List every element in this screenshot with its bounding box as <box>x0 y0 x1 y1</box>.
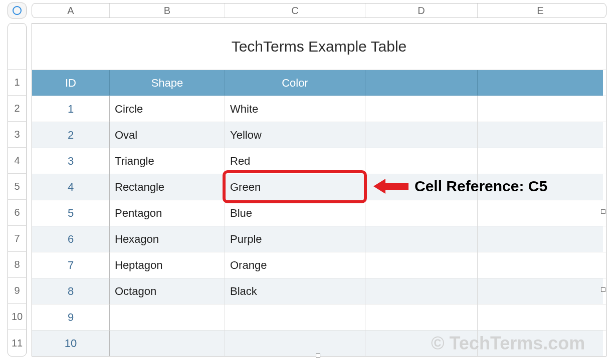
selection-handle[interactable] <box>601 287 605 292</box>
table-row: 10 <box>32 330 606 356</box>
cell-E6[interactable] <box>478 200 603 226</box>
row-header-2[interactable]: 2 <box>8 96 26 122</box>
cell-B11[interactable] <box>110 330 225 356</box>
col-header-B[interactable]: B <box>110 4 225 18</box>
cell-A3[interactable]: 2 <box>32 122 110 148</box>
cell-B9[interactable]: Octagon <box>110 278 225 304</box>
col-header-D[interactable]: D <box>365 4 478 18</box>
row-header-7[interactable]: 7 <box>8 226 26 252</box>
row-header-3[interactable]: 3 <box>8 122 26 148</box>
cell-D9[interactable] <box>365 278 478 304</box>
cell-D6[interactable] <box>365 200 478 226</box>
cell-C3[interactable]: Yellow <box>225 122 365 148</box>
cell-B5[interactable]: Rectangle <box>110 174 225 200</box>
cell-A7[interactable]: 6 <box>32 226 110 252</box>
row-header-11[interactable]: 11 <box>8 330 26 356</box>
table-row: 5 Pentagon Blue <box>32 200 606 226</box>
cell-E1[interactable] <box>478 70 603 96</box>
cell-B6[interactable]: Pentagon <box>110 200 225 226</box>
cell-D7[interactable] <box>365 226 478 252</box>
cell-A9[interactable]: 8 <box>32 278 110 304</box>
cell-B8[interactable]: Heptagon <box>110 252 225 278</box>
cell-A10[interactable]: 9 <box>32 304 110 330</box>
cell-A11[interactable]: 10 <box>32 330 110 356</box>
table-row: 6 Hexagon Purple <box>32 226 606 252</box>
arrow-left-icon <box>373 178 408 195</box>
selection-handle[interactable] <box>316 353 320 358</box>
cell-B1[interactable]: Shape <box>110 70 225 96</box>
cell-C4[interactable]: Red <box>225 148 365 174</box>
cell-B7[interactable]: Hexagon <box>110 226 225 252</box>
cell-C7[interactable]: Purple <box>225 226 365 252</box>
cell-A1[interactable]: ID <box>32 70 110 96</box>
table-row: 7 Heptagon Orange <box>32 252 606 278</box>
table-row: 1 Circle White <box>32 96 606 122</box>
table-row: ID Shape Color <box>32 70 606 96</box>
cell-A8[interactable]: 7 <box>32 252 110 278</box>
cell-B3[interactable]: Oval <box>110 122 225 148</box>
cell-E4[interactable] <box>478 148 603 174</box>
cell-B10[interactable] <box>110 304 225 330</box>
col-header-E[interactable]: E <box>478 4 603 18</box>
svg-marker-0 <box>373 179 408 194</box>
cell-E8[interactable] <box>478 252 603 278</box>
cell-D1[interactable] <box>365 70 478 96</box>
cell-D3[interactable] <box>365 122 478 148</box>
cell-C8[interactable]: Orange <box>225 252 365 278</box>
row-header-title-spacer[interactable] <box>8 24 26 70</box>
cell-C6[interactable]: Blue <box>225 200 365 226</box>
origin-corner[interactable] <box>8 3 27 19</box>
cell-B2[interactable]: Circle <box>110 96 225 122</box>
callout-label: Cell Reference: C5 <box>415 178 547 195</box>
table-row: 3 Triangle Red <box>32 148 606 174</box>
cell-E11[interactable] <box>478 330 603 356</box>
cell-D8[interactable] <box>365 252 478 278</box>
row-header-4[interactable]: 4 <box>8 148 26 174</box>
cell-A4[interactable]: 3 <box>32 148 110 174</box>
cell-E9[interactable] <box>478 278 603 304</box>
cell-reference-callout: Cell Reference: C5 <box>373 178 547 195</box>
selection-handle[interactable] <box>601 209 605 214</box>
cell-C2[interactable]: White <box>225 96 365 122</box>
cell-C11[interactable] <box>225 330 365 356</box>
table-title[interactable]: TechTerms Example Table <box>32 24 606 70</box>
table-row: 9 <box>32 304 606 330</box>
cell-B4[interactable]: Triangle <box>110 148 225 174</box>
table-row: 8 Octagon Black <box>32 278 606 304</box>
cell-D4[interactable] <box>365 148 478 174</box>
col-header-C[interactable]: C <box>225 4 365 18</box>
row-header-9[interactable]: 9 <box>8 278 26 304</box>
row-header-8[interactable]: 8 <box>8 252 26 278</box>
cell-D10[interactable] <box>365 304 478 330</box>
row-header-5[interactable]: 5 <box>8 174 26 200</box>
cell-E10[interactable] <box>478 304 603 330</box>
cell-A5[interactable]: 4 <box>32 174 110 200</box>
cell-C10[interactable] <box>225 304 365 330</box>
cell-A6[interactable]: 5 <box>32 200 110 226</box>
row-headers: 1 2 3 4 5 6 7 8 9 10 11 <box>8 23 27 356</box>
cell-C9[interactable]: Black <box>225 278 365 304</box>
cell-E7[interactable] <box>478 226 603 252</box>
cell-E2[interactable] <box>478 96 603 122</box>
row-header-10[interactable]: 10 <box>8 304 26 330</box>
cell-A2[interactable]: 1 <box>32 96 110 122</box>
row-header-6[interactable]: 6 <box>8 200 26 226</box>
table-row: 2 Oval Yellow <box>32 122 606 148</box>
select-all-icon <box>13 6 22 15</box>
col-header-A[interactable]: A <box>32 4 110 18</box>
cell-C1[interactable]: Color <box>225 70 365 96</box>
row-header-1[interactable]: 1 <box>8 70 26 96</box>
column-headers: A B C D E <box>32 3 606 18</box>
cell-E3[interactable] <box>478 122 603 148</box>
cell-C5[interactable]: Green <box>225 174 365 200</box>
cell-D2[interactable] <box>365 96 478 122</box>
cell-D11[interactable] <box>365 330 478 356</box>
